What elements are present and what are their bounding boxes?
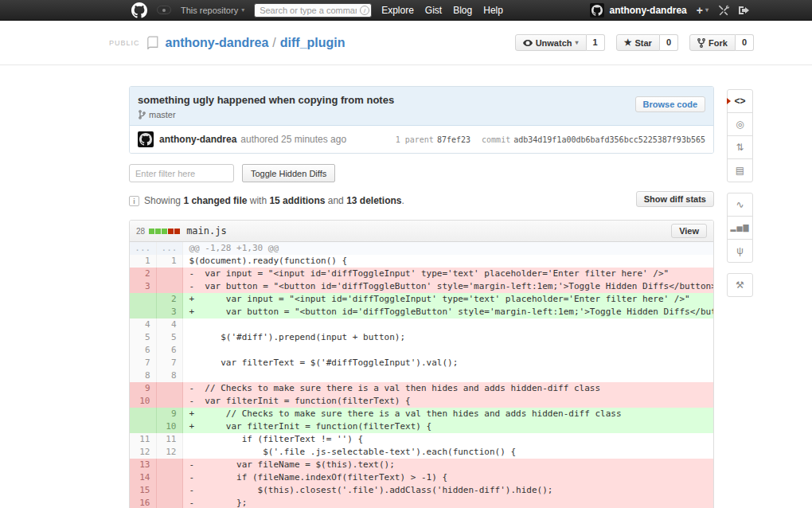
old-line-number[interactable]: 13 — [130, 459, 156, 471]
new-line-number[interactable]: 9 — [156, 408, 182, 420]
old-line-number[interactable]: 11 — [130, 433, 156, 446]
old-line-number[interactable]: 1 — [130, 255, 156, 268]
sidebar-graphs-icon[interactable]: ▂▅▇ — [727, 216, 753, 240]
browse-code-button[interactable]: Browse code — [635, 96, 705, 112]
old-line-number[interactable]: 16 — [130, 497, 156, 508]
new-line-number[interactable] — [156, 280, 182, 293]
commit-sha-group: commitadb34d19f1a00db6bafd356bcc5225387f… — [482, 135, 705, 144]
account-settings-icon[interactable] — [718, 5, 729, 16]
diff-summary-row: i Showing 1 changed file with 15 additio… — [129, 191, 714, 210]
search-scope-dropdown[interactable]: This repository ▾ — [181, 6, 244, 15]
old-line-number[interactable]: 2 — [130, 268, 156, 280]
top-navbar: This repository ▾ / Explore Gist Blog He… — [0, 0, 812, 21]
watch-count[interactable]: 1 — [587, 34, 605, 51]
old-line-number[interactable]: ... — [130, 242, 156, 255]
new-line-number[interactable]: 2 — [156, 293, 182, 306]
old-line-number[interactable]: 9 — [130, 382, 156, 395]
fork-count[interactable]: 0 — [736, 34, 754, 51]
old-line-number[interactable] — [130, 408, 156, 420]
new-line-number[interactable]: ... — [156, 242, 182, 255]
sidebar-pull-requests-icon[interactable]: ⇅ — [727, 135, 753, 159]
star-count[interactable]: 0 — [660, 34, 678, 51]
new-line-number[interactable]: 5 — [156, 331, 182, 344]
branch-name[interactable]: master — [149, 110, 176, 119]
new-line-number[interactable] — [156, 497, 182, 508]
parent-sha-link[interactable]: 87fef23 — [437, 135, 470, 144]
diff-line-del: 2- var input = "<input id='diffToggleInp… — [130, 268, 713, 280]
diff-line-del: 14- if (fileName.indexOf(filterText) > -… — [130, 471, 713, 484]
diff-line-del: 16- }; — [130, 497, 713, 508]
new-line-number[interactable] — [156, 459, 182, 471]
nav-link-gist[interactable]: Gist — [425, 5, 442, 16]
sidebar-pulse-icon[interactable]: ∿ — [727, 193, 753, 217]
new-line-number[interactable] — [156, 268, 182, 280]
new-line-number[interactable]: 3 — [156, 306, 182, 318]
nav-link-help[interactable]: Help — [483, 5, 503, 16]
sidebar-wiki-icon[interactable]: ▤ — [727, 158, 753, 182]
notifications-indicator[interactable] — [157, 6, 171, 14]
diff-line-del: 9- // Checks to make sure there is a val… — [130, 382, 713, 395]
old-line-number[interactable]: 3 — [130, 280, 156, 293]
code-cell: - // Checks to make sure there is a val … — [182, 382, 713, 395]
old-line-number[interactable] — [130, 420, 156, 433]
new-line-number[interactable]: 4 — [156, 318, 182, 331]
main-content: something ugly happened when copying fro… — [129, 86, 714, 508]
sign-out-icon[interactable] — [739, 6, 750, 15]
old-line-number[interactable]: 10 — [130, 395, 156, 408]
new-line-number[interactable] — [156, 382, 182, 395]
new-line-number[interactable]: 6 — [156, 344, 182, 357]
code-cell: - var filterInit = function(filterText) … — [182, 395, 713, 408]
unwatch-button[interactable]: Unwatch ▾ — [515, 34, 587, 51]
toggle-hidden-diffs-button[interactable]: Toggle Hidden Diffs — [242, 164, 335, 182]
new-line-number[interactable] — [156, 484, 182, 497]
user-menu[interactable]: anthony-dandrea — [590, 3, 686, 18]
new-line-number[interactable] — [156, 471, 182, 484]
sidebar-code-icon[interactable]: <> — [727, 89, 753, 113]
repo-owner-link[interactable]: anthony-dandrea — [166, 36, 269, 50]
old-line-number[interactable] — [130, 293, 156, 306]
new-line-number[interactable]: 8 — [156, 369, 182, 382]
diff-line-context: 44 — [130, 318, 713, 331]
diff-line-context: 66 — [130, 344, 713, 357]
fork-button-group: Fork 0 — [689, 34, 754, 51]
new-line-number[interactable]: 12 — [156, 446, 182, 459]
watch-button-group: Unwatch ▾ 1 — [515, 34, 605, 51]
old-line-number[interactable]: 5 — [130, 331, 156, 344]
old-line-number[interactable]: 12 — [130, 446, 156, 459]
old-line-number[interactable]: 15 — [130, 484, 156, 497]
code-cell: - }; — [182, 497, 713, 508]
sidebar-issues-icon[interactable]: ◎ — [727, 112, 753, 136]
new-line-number[interactable]: 10 — [156, 420, 182, 433]
new-line-number[interactable]: 11 — [156, 433, 182, 446]
view-file-button[interactable]: View — [671, 224, 707, 238]
sidebar-network-icon[interactable]: ψ — [727, 239, 753, 263]
old-line-number[interactable]: 7 — [130, 357, 156, 369]
diff-filter-input[interactable] — [129, 164, 234, 182]
create-new-dropdown[interactable]: + ▾ — [697, 4, 709, 17]
code-cell: $('.file .js-selectable-text').each(func… — [182, 446, 713, 459]
commit-author-link[interactable]: anthony-dandrea — [159, 134, 236, 145]
commit-sha: adb34d19f1a00db6bafd356bcc5225387f93b565 — [513, 135, 705, 144]
nav-link-explore[interactable]: Explore — [381, 5, 414, 16]
diffstat-del-block — [174, 229, 180, 234]
search-input[interactable] — [254, 3, 372, 18]
changes-count: 28 — [136, 227, 145, 236]
new-line-number[interactable]: 7 — [156, 357, 182, 369]
new-line-number[interactable]: 1 — [156, 255, 182, 268]
username-link[interactable]: anthony-dandrea — [609, 5, 686, 16]
fork-button[interactable]: Fork — [689, 34, 736, 51]
old-line-number[interactable]: 6 — [130, 344, 156, 357]
code-cell: + var button = "<button id='diffToggleBu… — [182, 306, 713, 318]
old-line-number[interactable]: 8 — [130, 369, 156, 382]
nav-link-blog[interactable]: Blog — [453, 5, 472, 16]
repo-name-link[interactable]: diff_plugin — [280, 36, 345, 50]
show-diff-stats-button[interactable]: Show diff stats — [636, 191, 714, 207]
old-line-number[interactable] — [130, 306, 156, 318]
new-line-number[interactable] — [156, 395, 182, 408]
old-line-number[interactable]: 4 — [130, 318, 156, 331]
github-logo-icon[interactable] — [131, 2, 147, 18]
old-line-number[interactable]: 14 — [130, 471, 156, 484]
author-avatar[interactable] — [138, 131, 154, 147]
star-button[interactable]: ★ Star — [616, 34, 660, 51]
sidebar-settings-icon[interactable]: ⚒ — [727, 273, 753, 297]
